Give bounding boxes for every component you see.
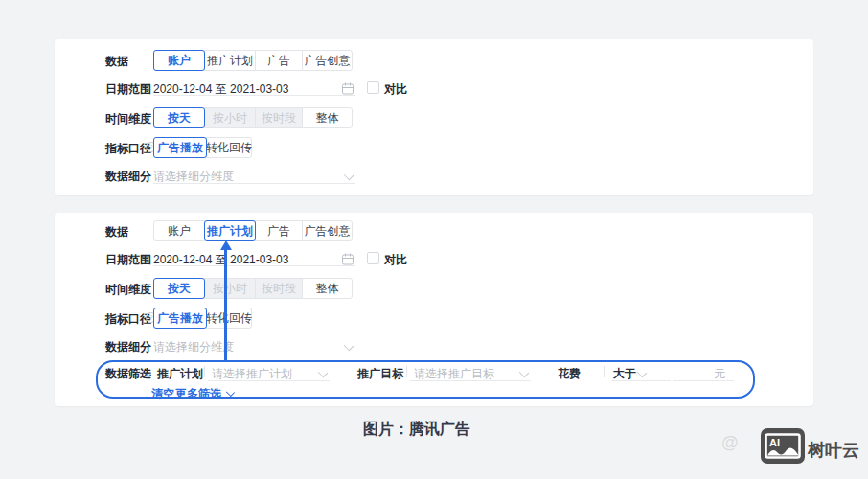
field-separator — [204, 366, 205, 377]
campaign-select[interactable]: 请选择推广计划 — [212, 367, 292, 380]
more-filters-link[interactable]: 更多筛选 — [175, 387, 221, 400]
filter-panel-campaign: 数据 账户 推广计划 广告 广告创意 日期范围 2020-12-04 至 202… — [55, 213, 813, 406]
campaign-field-underline — [208, 380, 330, 381]
btn-campaign[interactable]: 推广计划 — [204, 50, 256, 71]
annotation-arrow-line — [224, 249, 227, 361]
svg-text:AI: AI — [769, 437, 780, 448]
date-field-underline — [153, 265, 355, 266]
btn-ad[interactable]: 广告 — [255, 50, 303, 71]
calendar-icon[interactable] — [342, 252, 354, 269]
cost-field-label: 花费 — [558, 367, 581, 380]
operator-field-underline — [611, 380, 671, 381]
btn-conversion-callback[interactable]: 转化回传 — [206, 308, 252, 329]
btn-ad[interactable]: 广告 — [255, 220, 303, 241]
segment-label: 数据细分 — [105, 340, 151, 354]
data-label: 数据 — [105, 225, 128, 239]
segment-field-underline — [153, 183, 355, 184]
date-range-input[interactable]: 2020-12-04 至 2021-03-03 — [153, 253, 288, 266]
segment-select[interactable]: 请选择细分维度 — [153, 340, 234, 354]
btn-account[interactable]: 账户 — [153, 220, 205, 241]
clear-link[interactable]: 清空 — [151, 387, 174, 400]
data-dimension-group: 账户 推广计划 广告 广告创意 — [153, 50, 353, 71]
btn-ad-play[interactable]: 广告播放 — [153, 137, 207, 158]
chevron-down-icon — [344, 341, 354, 351]
goal-field-label: 推广目标 — [357, 367, 403, 380]
calendar-icon[interactable] — [342, 81, 354, 99]
date-range-input[interactable]: 2020-12-04 至 2021-03-03 — [153, 82, 288, 96]
btn-conversion-callback[interactable]: 转化回传 — [206, 137, 252, 158]
cost-unit-suffix: 元 — [714, 367, 725, 380]
metric-group: 广告播放 转化回传 — [153, 308, 252, 329]
cost-operator-select[interactable]: 大于 — [613, 367, 636, 380]
data-label: 数据 — [105, 55, 128, 68]
compare-label: 对比 — [384, 253, 407, 266]
campaign-field-label: 推广计划 — [157, 367, 203, 380]
compare-checkbox[interactable] — [367, 81, 379, 94]
date-range-label: 日期范围 — [105, 82, 151, 96]
compare-label: 对比 — [384, 82, 407, 96]
field-separator — [604, 366, 605, 377]
filter-panel-account: 数据 账户 推广计划 广告 广告创意 日期范围 2020-12-04 至 202… — [55, 39, 813, 195]
metric-group: 广告播放 转化回传 — [153, 137, 252, 158]
btn-overall[interactable]: 整体 — [302, 107, 353, 128]
btn-ad-play[interactable]: 广告播放 — [153, 308, 207, 329]
date-range-label: 日期范围 — [105, 253, 151, 266]
date-field-underline — [153, 95, 355, 96]
goal-select[interactable]: 请选择推广目标 — [414, 367, 494, 380]
btn-campaign[interactable]: 推广计划 — [204, 220, 256, 241]
btn-by-hour[interactable]: 按小时 — [204, 107, 256, 128]
data-filter-label: 数据筛选 — [105, 367, 151, 380]
field-separator — [406, 366, 407, 377]
btn-overall[interactable]: 整体 — [302, 278, 353, 299]
caption: 图片：腾讯广告 — [0, 420, 834, 440]
metric-label: 指标口径 — [105, 142, 151, 155]
time-dimension-group: 按天 按小时 按时段 整体 — [153, 107, 353, 128]
data-dimension-group: 账户 推广计划 广告 广告创意 — [153, 220, 353, 241]
btn-by-period[interactable]: 按时段 — [255, 107, 303, 128]
time-dim-label: 时间维度 — [105, 283, 151, 296]
btn-by-hour[interactable]: 按小时 — [204, 278, 256, 299]
ai-image-logo-icon: AI — [761, 428, 805, 468]
btn-by-day[interactable]: 按天 — [153, 278, 205, 299]
watermark-brand-text: 树叶云 — [808, 439, 859, 462]
btn-by-period[interactable]: 按时段 — [255, 278, 303, 299]
segment-label: 数据细分 — [105, 170, 151, 183]
segment-field-underline — [153, 354, 355, 354]
goal-field-underline — [410, 380, 531, 381]
btn-creative[interactable]: 广告创意 — [302, 50, 353, 71]
time-dimension-group: 按天 按小时 按时段 整体 — [153, 278, 353, 299]
cost-value-input[interactable] — [673, 380, 734, 381]
page: 数据 账户 推广计划 广告 广告创意 日期范围 2020-12-04 至 202… — [0, 0, 868, 479]
btn-account[interactable]: 账户 — [153, 50, 205, 71]
segment-select[interactable]: 请选择细分维度 — [153, 170, 234, 183]
btn-creative[interactable]: 广告创意 — [302, 220, 353, 241]
chevron-down-icon — [344, 171, 354, 180]
btn-by-day[interactable]: 按天 — [153, 107, 205, 128]
compare-checkbox[interactable] — [367, 252, 379, 264]
metric-label: 指标口径 — [105, 312, 151, 326]
time-dim-label: 时间维度 — [105, 112, 151, 125]
watermark-ghost-text: @ — [721, 433, 739, 453]
